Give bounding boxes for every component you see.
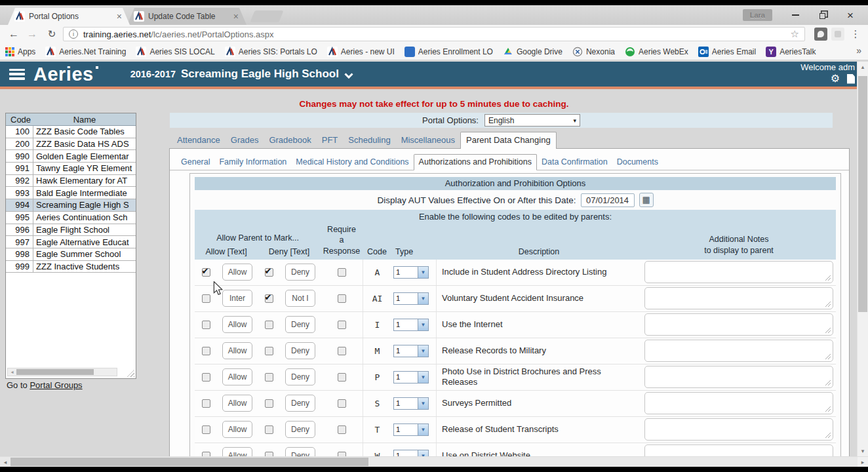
- allow-checkbox[interactable]: ✔: [202, 399, 210, 408]
- bookmarks-overflow-icon[interactable]: »: [856, 45, 861, 56]
- allow-text-input[interactable]: [222, 421, 252, 438]
- scroll-down-icon[interactable]: ▾: [858, 446, 868, 456]
- effective-date-input[interactable]: [581, 193, 635, 207]
- deny-checkbox[interactable]: ✔: [265, 321, 273, 329]
- bookmark-star-icon[interactable]: ☆: [791, 28, 799, 40]
- scrollbar-thumb[interactable]: [16, 369, 94, 375]
- scrollbar-thumb[interactable]: [858, 76, 867, 312]
- gear-icon[interactable]: ⚙: [831, 73, 840, 84]
- allow-text-input[interactable]: [222, 290, 252, 307]
- school-row[interactable]: 990 Golden Eagle Elementar: [6, 150, 136, 163]
- type-select[interactable]: 1 ▼: [393, 397, 429, 410]
- document-icon[interactable]: [847, 74, 855, 84]
- browser-menu-icon[interactable]: ⋮: [848, 27, 863, 41]
- sub-tab[interactable]: Authorizations and Prohibitions: [414, 154, 537, 170]
- school-row[interactable]: 999 ZZZ Inactive Students: [6, 261, 136, 273]
- deny-text-input[interactable]: [285, 342, 315, 359]
- main-tab[interactable]: PFT: [317, 132, 344, 149]
- deny-text-input[interactable]: [285, 421, 315, 438]
- allow-checkbox[interactable]: ✔: [202, 321, 210, 329]
- allow-checkbox[interactable]: ✔: [202, 294, 210, 303]
- bookmark-aeries-sis-portals[interactable]: Aeries SIS: Portals LO: [225, 47, 317, 57]
- tab-close-icon[interactable]: ×: [115, 12, 123, 21]
- require-response-checkbox[interactable]: ✔: [338, 347, 346, 355]
- profile-badge[interactable]: Lara: [743, 9, 772, 21]
- allow-checkbox[interactable]: ✔: [202, 373, 210, 382]
- page-horizontal-scrollbar[interactable]: ◂ ▸: [0, 456, 868, 467]
- type-select[interactable]: 1 ▼: [393, 319, 429, 331]
- notes-textarea[interactable]: [644, 261, 833, 283]
- extension-icon[interactable]: [814, 28, 827, 41]
- school-row[interactable]: 100 ZZZ Basic Code Tables: [6, 126, 136, 138]
- require-response-checkbox[interactable]: ✔: [338, 425, 346, 434]
- deny-checkbox[interactable]: ✔: [265, 399, 273, 408]
- school-row[interactable]: 996 Eagle Flight School: [6, 224, 136, 237]
- scrollbar-thumb[interactable]: [10, 458, 368, 466]
- portal-groups-link[interactable]: Portal Groups: [30, 380, 82, 390]
- bookmark-nexonia[interactable]: Nexonia: [572, 47, 615, 57]
- main-tab[interactable]: Miscellaneous: [396, 132, 460, 149]
- deny-text-input[interactable]: [285, 368, 315, 385]
- bookmark-apps[interactable]: Apps: [5, 47, 35, 56]
- page-info-icon[interactable]: i: [69, 30, 78, 39]
- school-row[interactable]: 992 Hawk Elementary for AT: [6, 175, 136, 187]
- sub-tab[interactable]: Family Information: [214, 155, 291, 170]
- scroll-up-icon[interactable]: ▴: [858, 62, 868, 72]
- school-row[interactable]: 994 Screaming Eagle High S: [6, 199, 136, 212]
- notes-textarea[interactable]: [644, 340, 833, 362]
- school-row[interactable]: 998 Eagle Summer School: [6, 248, 136, 261]
- close-button[interactable]: ×: [837, 7, 864, 23]
- page-vertical-scrollbar[interactable]: ▴ ▾: [857, 62, 868, 456]
- school-row[interactable]: 993 Bald Eagle Intermediate: [6, 187, 136, 199]
- back-button[interactable]: ←: [5, 26, 22, 42]
- type-select[interactable]: 1 ▼: [393, 371, 429, 384]
- require-response-checkbox[interactable]: ✔: [338, 373, 346, 382]
- scroll-left-icon[interactable]: ◂: [0, 457, 10, 467]
- main-tab[interactable]: Parent Data Changing: [460, 132, 557, 149]
- main-tab[interactable]: Gradebook: [264, 132, 316, 149]
- resize-grip-icon[interactable]: [127, 370, 134, 377]
- bookmark-aeries-sis-local[interactable]: Aeries SIS LOCAL: [136, 47, 214, 57]
- allow-text-input[interactable]: [222, 316, 252, 333]
- address-bar[interactable]: i training.aeries.net /lc/aeries.net/Por…: [63, 27, 805, 41]
- sub-tab[interactable]: Data Confirmation: [537, 155, 612, 170]
- language-select[interactable]: English ▾: [484, 114, 580, 127]
- school-row[interactable]: 995 Aeries Continuation Sch: [6, 212, 136, 224]
- allow-text-input[interactable]: [222, 264, 252, 281]
- notes-textarea[interactable]: [644, 418, 833, 441]
- hamburger-menu-icon[interactable]: [9, 69, 25, 80]
- extension-icon[interactable]: [831, 28, 844, 41]
- school-row[interactable]: 997 Eagle Alternative Educat: [6, 236, 136, 248]
- bookmark-aeries-webex[interactable]: Aeries WebEx: [625, 47, 688, 57]
- school-row[interactable]: 991 Tawny Eagle YR Element: [6, 163, 136, 175]
- bookmark-aeries-net-training[interactable]: Aeries.Net Training: [45, 47, 126, 57]
- require-response-checkbox[interactable]: ✔: [338, 268, 346, 277]
- bookmark-aeries-enrollment[interactable]: Aeries Enrollment LO: [404, 47, 493, 57]
- scroll-right-icon[interactable]: ▸: [858, 457, 868, 467]
- sub-tab[interactable]: General: [176, 155, 214, 170]
- school-row[interactable]: 200 ZZZ Basic Data HS ADS: [6, 138, 136, 151]
- deny-checkbox[interactable]: ✔: [265, 268, 273, 277]
- tab-close-icon[interactable]: ×: [232, 12, 240, 21]
- require-response-checkbox[interactable]: ✔: [338, 399, 346, 408]
- bookmark-aeries-email[interactable]: Aeries Email: [698, 47, 756, 57]
- forward-button[interactable]: →: [24, 26, 41, 42]
- allow-text-input[interactable]: [222, 368, 252, 385]
- type-select[interactable]: 1 ▼: [393, 423, 429, 436]
- deny-checkbox[interactable]: ✔: [265, 347, 273, 355]
- allow-text-input[interactable]: [222, 342, 252, 359]
- require-response-checkbox[interactable]: ✔: [338, 294, 346, 303]
- school-selector[interactable]: 2016-2017 Screaming Eagle High School: [130, 68, 353, 81]
- minimize-button[interactable]: [781, 7, 809, 23]
- allow-text-input[interactable]: [222, 395, 252, 412]
- main-tab[interactable]: Attendance: [172, 132, 226, 149]
- scroll-left-icon[interactable]: ◂: [9, 368, 16, 376]
- allow-checkbox[interactable]: ✔: [202, 425, 210, 434]
- calendar-icon[interactable]: ▦: [639, 193, 654, 207]
- deny-checkbox[interactable]: ✔: [265, 425, 273, 434]
- notes-textarea[interactable]: [644, 392, 833, 414]
- allow-checkbox[interactable]: ✔: [202, 268, 210, 277]
- main-tab[interactable]: Grades: [226, 132, 264, 149]
- restore-button[interactable]: [809, 7, 837, 23]
- sub-tab[interactable]: Documents: [612, 155, 663, 170]
